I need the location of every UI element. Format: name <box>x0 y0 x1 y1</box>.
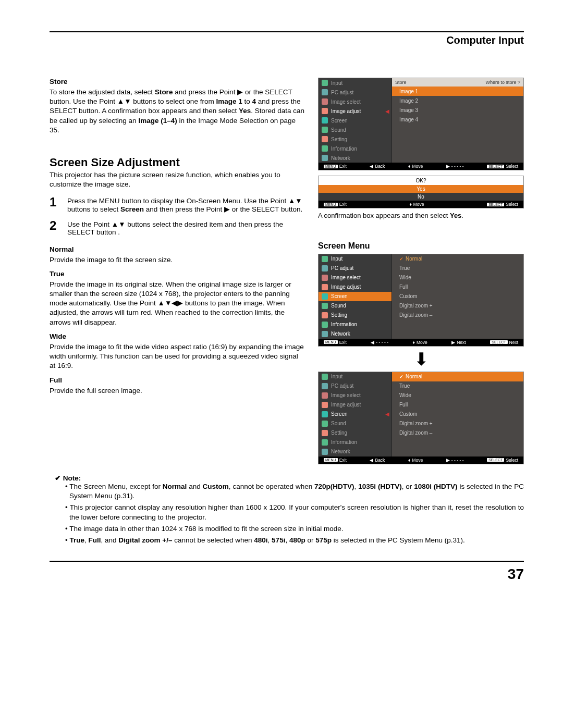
bold: Digital zoom +/– <box>118 536 172 544</box>
menu-label: Sound <box>331 421 346 426</box>
txt: , <box>285 536 289 544</box>
bold: Image 1 <box>216 97 242 105</box>
bold: Yes <box>450 212 461 219</box>
left-column: Store To store the adjusted data, select… <box>50 78 305 466</box>
bold: Screen <box>120 205 144 213</box>
foot-move: Move <box>413 202 424 207</box>
imageadjust-icon <box>322 284 328 290</box>
bold: Yes <box>239 107 251 115</box>
sound-icon <box>322 303 328 309</box>
foot-move: Move <box>412 164 423 169</box>
foot-select: Next <box>509 340 518 345</box>
opt-custom: Custom <box>392 292 523 301</box>
store-label: Store <box>395 80 407 85</box>
opt-custom: Custom <box>392 410 523 419</box>
page-number: 37 <box>50 566 524 583</box>
menu-badge: MENU <box>324 203 338 206</box>
menu-badge: MENU <box>324 458 338 462</box>
txt: , <box>84 536 89 544</box>
bold: 720p(HDTV) <box>314 483 354 490</box>
input-icon <box>322 80 328 86</box>
bold: 480p <box>289 536 305 544</box>
menu-label: Screen <box>331 411 348 417</box>
imageselect-icon <box>322 392 328 399</box>
menu-label: Screen <box>331 293 348 299</box>
osd-store: Input PC adjust Image select Image adjus… <box>318 78 524 170</box>
full-heading: Full <box>50 376 305 384</box>
section-intro: This projector has the picture screen re… <box>50 170 305 189</box>
select-badge: SELECT <box>487 165 504 168</box>
foot-exit: Exit <box>339 340 347 345</box>
osd-screen-submenu: Input PC adjust Image select Image adjus… <box>318 372 524 464</box>
txt: or <box>305 536 316 544</box>
bold: 1035i (HDTV) <box>358 483 401 490</box>
imageadjust-icon <box>322 108 328 114</box>
select-badge: SELECT <box>487 203 504 206</box>
foot-exit: Exit <box>339 458 347 463</box>
note-item: This projector cannot display any resolu… <box>60 503 524 522</box>
menu-badge: MENU <box>324 165 338 168</box>
chevron-left-icon: ◀ <box>385 411 389 417</box>
setting-icon <box>322 430 328 436</box>
opt-dzplus: Digital zoom + <box>392 301 523 311</box>
menu-label: Information <box>331 322 357 327</box>
chevron-left-icon: ◀ <box>385 108 389 114</box>
info-icon <box>322 145 328 152</box>
network-icon <box>322 331 328 337</box>
bold: Full <box>89 536 101 544</box>
imageselect-icon <box>322 98 328 105</box>
txt: , or <box>402 483 414 490</box>
menu-label: Image select <box>331 392 361 398</box>
setting-icon <box>322 312 328 318</box>
pcadjust-icon <box>322 89 328 95</box>
menu-badge: MENU <box>324 340 338 344</box>
txt: cannot be selected when <box>172 536 254 544</box>
note-item: The image data in other than 1024 x 768 … <box>60 524 524 534</box>
foot-exit: Exit <box>339 202 347 207</box>
txt: , and <box>101 536 119 544</box>
confirm-question: OK? <box>319 176 523 185</box>
note-block: ✔ Note: The Screen Menu, except for Norm… <box>50 474 524 545</box>
bold: 575i <box>272 536 285 544</box>
normal-heading: Normal <box>50 245 305 253</box>
sound-icon <box>322 421 328 427</box>
bold: Store <box>155 88 173 96</box>
true-heading: True <box>50 270 305 278</box>
menu-label: PC adjust <box>331 265 353 271</box>
txt: to <box>242 97 252 105</box>
foot-select: Select <box>506 164 518 169</box>
menu-label: Network <box>331 155 350 161</box>
bold: Image (1–4) <box>138 117 177 125</box>
input-icon <box>322 374 328 380</box>
bold: 480i <box>254 536 267 544</box>
opt-true: True <box>392 381 523 391</box>
bold: 1080i (HDTV) <box>414 483 457 490</box>
txt: Use the Point ▲▼ buttons select the desi… <box>67 220 305 236</box>
opt-dzminus: Digital zoom – <box>392 428 523 438</box>
txt: . <box>461 212 463 219</box>
info-icon <box>322 439 328 446</box>
confirm-caption: A confirmation box appears and then sele… <box>318 212 524 220</box>
menu-label: Image select <box>331 99 361 105</box>
txt: The Screen Menu, except for <box>69 483 162 490</box>
menu-label: PC adjust <box>331 90 353 95</box>
store-paragraph: To store the adjusted data, select Store… <box>50 88 305 135</box>
screen-menu-heading: Screen Menu <box>318 241 524 251</box>
true-text: Provide the image in its original size. … <box>50 280 305 327</box>
foot-next: - - - - - <box>451 458 464 463</box>
menu-label: Input <box>331 80 342 86</box>
option-image3: Image 3 <box>392 105 523 115</box>
menu-label: Network <box>331 449 350 454</box>
check-icon: ✔ <box>399 374 403 379</box>
option-image2: Image 2 <box>392 96 523 105</box>
note-item: The Screen Menu, except for Normal and C… <box>60 482 524 501</box>
foot-next: Next <box>457 340 466 345</box>
menu-label: Information <box>331 146 357 152</box>
menu-label: Setting <box>331 312 347 318</box>
txt: A confirmation box appears and then sele… <box>318 212 450 219</box>
osd-footer: MENUExit ◀ Back ♦ Move ▶ - - - - - SELEC… <box>319 163 523 170</box>
check-icon: ✔ <box>399 256 403 262</box>
network-icon <box>322 449 328 455</box>
wide-heading: Wide <box>50 332 305 340</box>
page-header: Computer Input <box>50 34 524 46</box>
